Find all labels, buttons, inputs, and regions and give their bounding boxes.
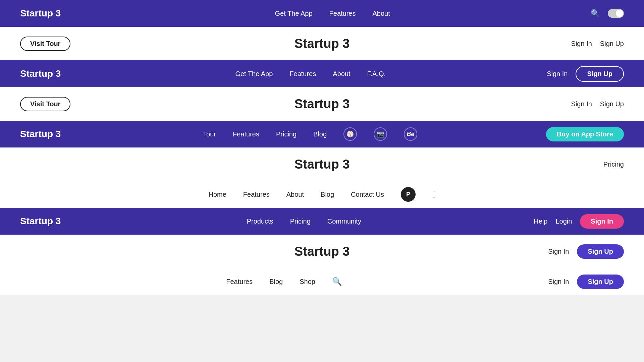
nav3-links: Tour Features Pricing Blog ⚾ 📷 Bē xyxy=(74,127,546,141)
content-row-3-actions: Pricing xyxy=(603,161,624,168)
nav5-link-pricing[interactable]: Pricing xyxy=(290,218,311,225)
nav6-links: Features Blog Shop 🔍 xyxy=(20,277,548,286)
content-row-3: Startup 3 Pricing xyxy=(0,147,644,181)
nav6-link-shop[interactable]: Shop xyxy=(300,278,315,286)
nav2-link-features[interactable]: Features xyxy=(289,70,316,78)
nav5-logo: Startup 3 xyxy=(20,216,61,227)
sign-in-text-1[interactable]: Sign In xyxy=(571,40,592,48)
nav6-signin[interactable]: Sign In xyxy=(548,278,569,286)
nav3-logo: Startup 3 xyxy=(20,129,61,139)
nav4-link-home[interactable]: Home xyxy=(208,191,226,198)
nav6-link-features[interactable]: Features xyxy=(226,278,253,286)
nav1-search-icon[interactable]: 🔍 xyxy=(591,9,600,18)
pricing-text-1[interactable]: Pricing xyxy=(603,161,624,168)
content-row-1-actions: Sign In Sign Up xyxy=(571,40,624,48)
nav3-link-tour[interactable]: Tour xyxy=(203,130,216,138)
nav6-signup-btn[interactable]: Sign Up xyxy=(577,275,624,289)
nav4-apple-icon[interactable]:  xyxy=(432,189,436,200)
content-row-4-actions: Sign In Sign Up xyxy=(548,244,624,259)
nav3-link-features[interactable]: Features xyxy=(233,130,259,138)
nav1-logo: Startup 3 xyxy=(20,8,61,19)
nav5-actions: Help Login Sign In xyxy=(534,214,624,229)
navbar-4: Home Features About Blog Contact Us P  xyxy=(0,181,644,208)
nav3-actions: Buy on App Store xyxy=(546,127,624,141)
buy-app-store-btn[interactable]: Buy on App Store xyxy=(546,127,624,141)
center-title-3: Startup 3 xyxy=(294,157,350,172)
nav5-signin-btn[interactable]: Sign In xyxy=(580,214,624,229)
visit-tour-btn-2[interactable]: Visit Tour xyxy=(20,97,70,111)
nav6-actions: Sign In Sign Up xyxy=(548,275,624,289)
nav2-link-about[interactable]: About xyxy=(333,70,350,78)
visit-tour-btn-1[interactable]: Visit Tour xyxy=(20,37,70,51)
navbar-2: Startup 3 Get The App Features About F.A… xyxy=(0,60,644,87)
nav1-link-getapp[interactable]: Get The App xyxy=(275,10,313,17)
nav3-instagram-icon[interactable]: 📷 xyxy=(374,127,387,141)
sign-up-btn-4[interactable]: Sign Up xyxy=(577,244,624,259)
nav5-help[interactable]: Help xyxy=(534,218,547,225)
nav4-link-blog[interactable]: Blog xyxy=(321,191,334,198)
navbar-6: Features Blog Shop 🔍 Sign In Sign Up xyxy=(0,268,644,295)
nav4-p-icon[interactable]: P xyxy=(401,187,416,202)
center-title-2: Startup 3 xyxy=(294,97,350,111)
nav4-links: Home Features About Blog Contact Us P  xyxy=(20,187,624,202)
nav6-link-blog[interactable]: Blog xyxy=(269,278,283,286)
sign-in-text-4[interactable]: Sign In xyxy=(548,248,569,255)
navbar-3: Startup 3 Tour Features Pricing Blog ⚾ 📷… xyxy=(0,121,644,147)
nav4-link-features[interactable]: Features xyxy=(243,191,270,198)
nav1-link-features[interactable]: Features xyxy=(329,10,356,17)
nav2-links: Get The App Features About F.A.Q. xyxy=(74,70,547,78)
content-row-2-actions: Sign In Sign Up xyxy=(571,100,624,108)
nav2-logo: Startup 3 xyxy=(20,68,61,79)
nav4-link-contact[interactable]: Contact Us xyxy=(351,191,384,198)
nav6-search-icon[interactable]: 🔍 xyxy=(332,277,342,286)
nav2-link-faq[interactable]: F.A.Q. xyxy=(367,70,386,78)
nav5-link-products[interactable]: Products xyxy=(247,218,273,225)
sign-up-text-2[interactable]: Sign Up xyxy=(600,100,624,108)
nav3-link-blog[interactable]: Blog xyxy=(313,130,327,138)
nav1-links: Get The App Features About xyxy=(74,10,591,17)
content-row-4: Startup 3 Sign In Sign Up xyxy=(0,235,644,268)
content-row-1: Visit Tour Startup 3 Sign In Sign Up xyxy=(0,27,644,60)
sign-up-text-1[interactable]: Sign Up xyxy=(600,40,624,48)
nav5-login[interactable]: Login xyxy=(555,218,572,225)
nav5-link-community[interactable]: Community xyxy=(327,218,361,225)
nav2-actions: Sign In Sign Up xyxy=(547,66,624,82)
nav3-dribbble-icon[interactable]: ⚾ xyxy=(343,127,357,141)
nav4-link-about[interactable]: About xyxy=(286,191,304,198)
navbar-5: Startup 3 Products Pricing Community Hel… xyxy=(0,208,644,235)
nav2-signin[interactable]: Sign In xyxy=(547,70,568,78)
center-title-1: Startup 3 xyxy=(294,37,350,51)
nav1-toggle[interactable] xyxy=(608,9,624,18)
nav3-link-pricing[interactable]: Pricing xyxy=(276,130,297,138)
content-row-2: Visit Tour Startup 3 Sign In Sign Up xyxy=(0,87,644,121)
nav3-behance-icon[interactable]: Bē xyxy=(404,127,417,141)
nav1-link-about[interactable]: About xyxy=(372,10,390,17)
sign-in-text-2[interactable]: Sign In xyxy=(571,100,592,108)
center-title-4: Startup 3 xyxy=(294,244,350,259)
navbar-1: Startup 3 Get The App Features About 🔍 xyxy=(0,0,644,27)
nav2-signup-btn[interactable]: Sign Up xyxy=(576,66,624,82)
nav1-actions: 🔍 xyxy=(591,9,624,18)
nav5-links: Products Pricing Community xyxy=(74,218,534,225)
nav2-link-getapp[interactable]: Get The App xyxy=(235,70,273,78)
